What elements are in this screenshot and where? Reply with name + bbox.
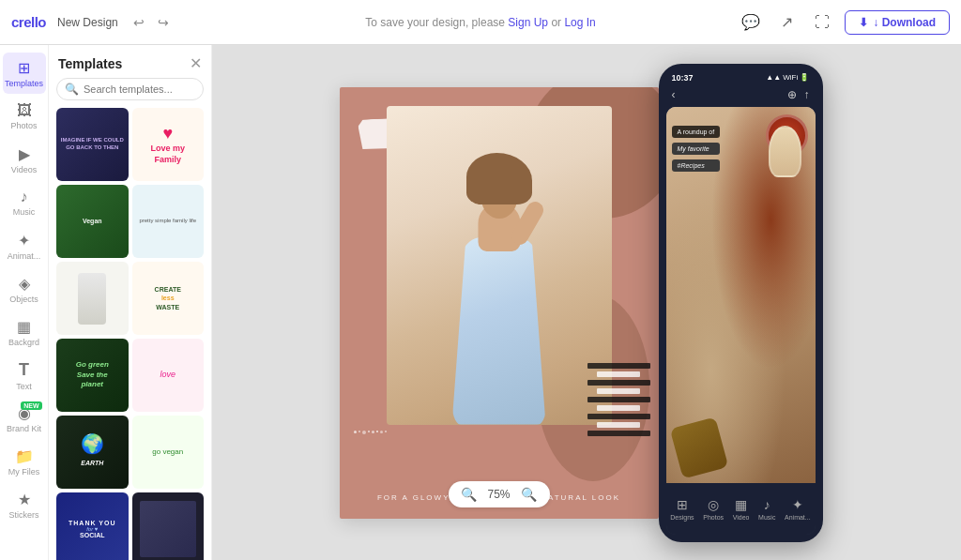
undo-button[interactable]: ↩ (130, 13, 148, 32)
phone-nav-photos[interactable]: ◎ Photos (703, 497, 724, 521)
download-icon: ⬇ (859, 16, 868, 29)
templates-header: Templates ✕ (49, 45, 211, 78)
animate-nav-icon: ✦ (792, 497, 803, 512)
sidebar-icons: ⊞ Templates 🖼 Photos ▶ Videos ♪ Music ✦ … (0, 45, 49, 560)
photos-icon: 🖼 (17, 102, 32, 119)
templates-title: Templates (58, 56, 122, 71)
sidebar-item-background[interactable]: ▦ Backgrd (3, 311, 46, 353)
sidebar-item-templates[interactable]: ⊞ Templates (3, 53, 46, 94)
phone-nav-designs[interactable]: ⊞ Designs (670, 497, 694, 521)
phone-nav-animate[interactable]: ✦ Animat... (785, 497, 811, 521)
sidebar-item-music[interactable]: ♪ Music (3, 182, 46, 223)
phone-app-bar: ‹ ⊕ ↑ (666, 86, 816, 103)
background-icon: ▦ (17, 318, 31, 336)
zoom-in-button[interactable]: 🔍 (520, 485, 539, 504)
template-thumb-2[interactable]: ♥ Love myFamily (132, 108, 205, 181)
canvas-wrapper: FOR A GLOWY, FLAWLESS AND NATURAL LOOK 🔍… (340, 87, 659, 519)
template-thumb-12[interactable] (132, 492, 205, 560)
undo-redo-group: ↩ ↪ (130, 13, 173, 32)
my-files-icon: 📁 (15, 447, 34, 465)
recipe-tag-3: #Recipes (672, 159, 721, 172)
stickers-icon: ★ (18, 491, 31, 508)
recipe-tag-1: A roundup of (672, 126, 721, 138)
templates-icon: ⊞ (18, 59, 30, 77)
logo: crello (11, 14, 46, 30)
food-plate (769, 126, 801, 177)
template-thumb-3[interactable]: Vegan (56, 185, 129, 258)
comment-icon-button[interactable]: 💬 (738, 9, 764, 36)
save-message: To save your design, please Sign Up or L… (365, 16, 596, 29)
templates-grid: IMAGINE IF WE COULD GO BACK TO THEN ♥ Lo… (49, 108, 211, 560)
sidebar-item-stickers[interactable]: ★ Stickers (3, 484, 46, 525)
log-in-link[interactable]: Log In (564, 16, 595, 29)
phone-back-icon[interactable]: ‹ (672, 88, 676, 101)
header-right: 💬 ↗ ⛶ ⬇ ↓ Download (738, 9, 950, 36)
phone-nav-music[interactable]: ♪ Music (758, 497, 775, 521)
search-icon: 🔍 (65, 83, 79, 96)
piano-decoration (584, 359, 654, 453)
download-button[interactable]: ⬇ ↓ Download (845, 10, 950, 35)
photos-nav-icon: ◎ (708, 497, 719, 512)
objects-icon: ◈ (19, 275, 30, 293)
sidebar-item-my-files[interactable]: 📁 My Files (3, 441, 46, 482)
new-badge: NEW (21, 401, 41, 410)
template-thumb-6[interactable]: CREATElessWASTE (132, 262, 205, 335)
share-icon-button[interactable]: ↗ (773, 9, 800, 36)
template-thumb-9[interactable]: 🌍 EARTH (56, 416, 129, 489)
model-image (387, 106, 612, 425)
text-icon: T (19, 360, 29, 380)
sidebar-item-text[interactable]: T Text (3, 355, 46, 396)
designs-nav-icon: ⊞ (677, 497, 688, 512)
recipe-tag-2: My favorite (672, 143, 721, 155)
template-thumb-8[interactable]: love (132, 339, 205, 412)
phone-top-actions: ⊕ ↑ (787, 88, 810, 101)
new-design-label: New Design (57, 16, 118, 29)
templates-close-button[interactable]: ✕ (190, 54, 202, 72)
phone-time: 10:37 (672, 73, 694, 83)
phone-bottom-nav: ⊞ Designs ◎ Photos ▦ Video ♪ Music (666, 483, 816, 535)
phone-status-bar: 10:37 ▲▲ WiFi 🔋 (666, 71, 816, 84)
main-layout: ⊞ Templates 🖼 Photos ▶ Videos ♪ Music ✦ … (0, 45, 961, 560)
music-icon: ♪ (21, 189, 28, 205)
zoom-out-button[interactable]: 🔍 (460, 485, 479, 504)
sidebar-item-videos[interactable]: ▶ Videos (3, 139, 46, 180)
templates-search: 🔍 (56, 78, 204, 100)
videos-icon: ▶ (19, 145, 30, 163)
template-thumb-4[interactable]: pretty simple family life (132, 185, 205, 258)
header: crello New Design ↩ ↪ To save your desig… (0, 0, 961, 45)
sidebar-item-animations[interactable]: ✦ Animat... (3, 225, 46, 266)
animations-icon: ✦ (18, 232, 30, 250)
sidebar-item-objects[interactable]: ◈ Objects (3, 268, 46, 310)
template-thumb-7[interactable]: Go greenSave theplanet (56, 339, 129, 412)
video-nav-icon: ▦ (735, 497, 747, 512)
music-nav-icon: ♪ (764, 497, 770, 512)
zoom-value: 75% (486, 488, 512, 501)
phone-screen: A roundup of My favorite #Recipes ⊞ Desi… (666, 107, 816, 535)
zoom-controls: 🔍 75% 🔍 (449, 481, 550, 507)
templates-panel: Templates ✕ 🔍 IMAGINE IF WE COULD GO BAC… (49, 45, 212, 560)
phone-layers-icon[interactable]: ⊕ (787, 88, 797, 101)
phone-nav-video[interactable]: ▦ Video (733, 497, 750, 521)
canvas-design[interactable]: FOR A GLOWY, FLAWLESS AND NATURAL LOOK (340, 87, 659, 519)
phone-status-icons: ▲▲ WiFi 🔋 (766, 73, 809, 82)
template-thumb-11[interactable]: THANK YOU for ♥ SOCIAL (56, 492, 129, 560)
fullscreen-icon-button[interactable]: ⛶ (809, 9, 835, 36)
sign-up-link[interactable]: Sign Up (508, 16, 548, 29)
sidebar-item-photos[interactable]: 🖼 Photos (3, 96, 46, 137)
template-thumb-5[interactable] (56, 262, 129, 335)
template-thumb-1[interactable]: IMAGINE IF WE COULD GO BACK TO THEN (56, 108, 129, 181)
redo-button[interactable]: ↪ (154, 13, 173, 32)
template-thumb-10[interactable]: go vegan (132, 416, 205, 489)
spatter-decoration (354, 431, 401, 434)
phone-share-icon[interactable]: ↑ (804, 88, 810, 101)
phone-preview: 10:37 ▲▲ WiFi 🔋 ‹ ⊕ ↑ A round (659, 64, 823, 542)
sidebar-item-brand-kit[interactable]: NEW ◉ Brand Kit (3, 398, 46, 439)
phone-image-area: A roundup of My favorite #Recipes (666, 107, 816, 483)
phone-recipe-tags: A roundup of My favorite #Recipes (672, 126, 721, 172)
canvas-area: FOR A GLOWY, FLAWLESS AND NATURAL LOOK 🔍… (212, 45, 961, 560)
